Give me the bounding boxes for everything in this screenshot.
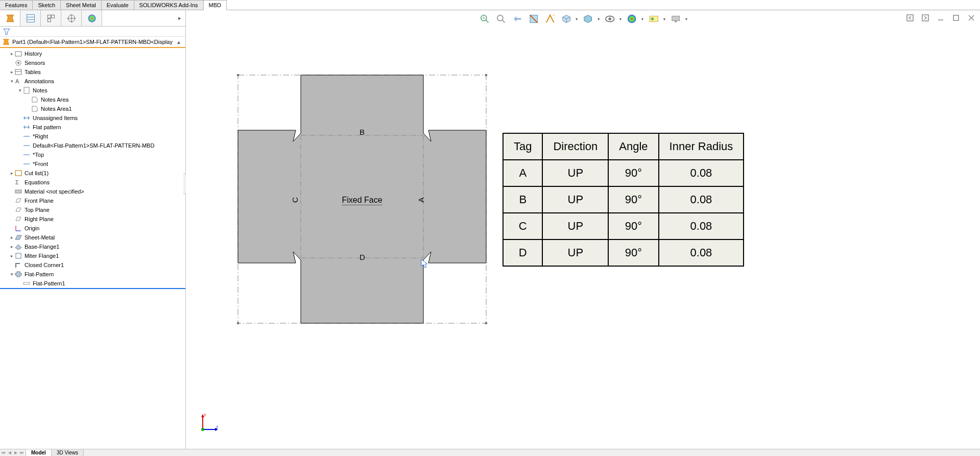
tab-evaluate[interactable]: Evaluate (102, 0, 134, 10)
plane-icon (14, 206, 22, 214)
dynamic-annotation-button[interactable] (543, 12, 557, 26)
tab-sketch[interactable]: Sketch (33, 0, 61, 10)
tree-notes-area[interactable]: Notes Area (0, 95, 185, 104)
table-row[interactable]: A UP 90° 0.08 (503, 160, 744, 186)
nav-last-icon[interactable]: ⏭ (19, 450, 25, 455)
nav-next-icon[interactable]: ▶ (13, 450, 18, 455)
tree-default-conf[interactable]: Default<Flat-Pattern1>SM-FLAT-PATTERN-MB… (0, 141, 185, 150)
tab-sheet-metal[interactable]: Sheet Metal (61, 0, 102, 10)
svg-rect-16 (24, 87, 29, 93)
cell-direction: UP (542, 239, 608, 266)
view-orientation-button[interactable] (560, 12, 573, 26)
tree-notes-area1[interactable]: Notes Area1 (0, 104, 185, 113)
tree-flat-pattern-ann[interactable]: Flat pattern (0, 123, 185, 132)
flat-pattern-drawing[interactable]: B D C A Fixed Face (237, 74, 487, 324)
tree-origin[interactable]: Origin (0, 224, 185, 233)
base-flange-icon (14, 243, 22, 251)
tab-mbd[interactable]: MBD (204, 0, 227, 10)
close-button[interactable] (967, 13, 976, 22)
dropdown-icon[interactable]: ▼ (575, 17, 579, 21)
tree-closed-corner[interactable]: Closed Corner1 (0, 260, 185, 270)
cell-direction: UP (542, 213, 608, 239)
tree-right[interactable]: *Right (0, 132, 185, 141)
dimxpert-manager-tab[interactable] (61, 10, 82, 26)
property-manager-tab[interactable] (20, 10, 41, 26)
previous-view-button[interactable] (511, 12, 524, 26)
part-header-caret[interactable]: ▲ (174, 39, 183, 45)
hide-show-button[interactable] (604, 12, 617, 26)
funnel-icon (3, 28, 10, 35)
graphics-area[interactable]: ▼ ▼ ▼ ▼ ▼ ▼ B (186, 10, 980, 449)
dropdown-icon[interactable]: ▼ (641, 17, 644, 21)
nav-first-icon[interactable]: ⏮ (1, 450, 6, 455)
tree-top[interactable]: *Top (0, 150, 185, 159)
svg-rect-13 (15, 69, 21, 75)
dim-icon (22, 151, 31, 159)
tree-equations[interactable]: ΣEquations (0, 178, 185, 187)
window-next-button[interactable] (921, 13, 930, 22)
tab-add-ins[interactable]: SOLIDWORKS Add-Ins (134, 0, 204, 10)
dropdown-icon[interactable]: ▼ (619, 17, 623, 21)
table-row[interactable]: C UP 90° 0.08 (503, 213, 744, 239)
tree-sheet-metal[interactable]: ▸Sheet-Metal (0, 233, 185, 242)
nav-prev-icon[interactable]: ◀ (7, 450, 12, 455)
tree-annotations[interactable]: ▾AAnnotations (0, 77, 185, 86)
svg-point-41 (628, 15, 636, 23)
zoom-fit-button[interactable] (478, 12, 491, 26)
tree-flat-pattern1[interactable]: Flat-Pattern1 (0, 279, 185, 288)
tree-base-flange[interactable]: ▸Base-Flange1 (0, 242, 185, 251)
bend-table-header-angle: Angle (608, 133, 658, 160)
tree-right-plane[interactable]: Right Plane (0, 214, 185, 224)
tree-top-plane[interactable]: Top Plane (0, 205, 185, 214)
panel-tab-strip: ▸ (0, 10, 185, 27)
bottom-tab-model[interactable]: Model (26, 449, 52, 456)
bend-table[interactable]: Tag Direction Angle Inner Radius A UP 90… (503, 133, 744, 267)
maximize-button[interactable] (951, 13, 961, 22)
tab-features[interactable]: Features (0, 0, 33, 10)
fixed-face-label: Fixed Face (342, 196, 382, 205)
configuration-manager-tab[interactable] (41, 10, 61, 26)
tree-tables[interactable]: ▸Tables (0, 67, 185, 77)
window-controls (905, 13, 976, 22)
section-view-button[interactable] (527, 12, 540, 26)
zoom-area-button[interactable] (494, 12, 508, 26)
tree-notes[interactable]: ▾Notes (0, 86, 185, 95)
apply-scene-button[interactable] (647, 12, 660, 26)
table-row[interactable]: D UP 90° 0.08 (503, 239, 744, 266)
window-prev-button[interactable] (905, 13, 915, 22)
equations-icon: Σ (14, 178, 22, 186)
svg-point-40 (609, 17, 612, 20)
tree-unassigned[interactable]: Unassigned Items (0, 113, 185, 123)
tree-front[interactable]: *Front (0, 159, 185, 169)
feature-tree: ▸History Sensors ▸Tables ▾AAnnotations ▾… (0, 48, 185, 449)
svg-line-34 (486, 20, 489, 23)
tree-cut-list[interactable]: ▸Cut list(1) (0, 169, 185, 178)
display-style-button[interactable] (582, 12, 595, 26)
part-header[interactable]: Part1 (Default<Flat-Pattern1>SM-FLAT-PAT… (0, 37, 185, 48)
panel-expand-button[interactable]: ▸ (102, 10, 185, 26)
bottom-tab-3d-views[interactable]: 3D Views (52, 449, 84, 456)
filter-row[interactable] (0, 27, 185, 37)
dropdown-icon[interactable]: ▼ (684, 17, 688, 21)
feature-manager-tab[interactable] (0, 10, 20, 26)
tree-miter-flange[interactable]: ▸Miter Flange1 (0, 251, 185, 260)
part-icon (2, 38, 10, 46)
cell-angle: 90° (608, 160, 658, 186)
svg-rect-3 (47, 15, 51, 18)
dropdown-icon[interactable]: ▼ (597, 17, 601, 21)
material-icon (14, 187, 22, 196)
tree-material[interactable]: Material <not specified> (0, 187, 185, 196)
tree-flat-pattern-feat[interactable]: ▾Flat-Pattern (0, 270, 185, 279)
tree-history[interactable]: ▸History (0, 49, 185, 58)
tree-front-plane[interactable]: Front Plane (0, 196, 185, 205)
edit-appearance-button[interactable] (626, 12, 639, 26)
display-manager-tab[interactable] (82, 10, 102, 26)
tree-sensors[interactable]: Sensors (0, 58, 185, 67)
svg-rect-10 (15, 52, 21, 56)
minimize-button[interactable] (936, 13, 945, 22)
dropdown-icon[interactable]: ▼ (662, 17, 666, 21)
svg-rect-46 (907, 15, 913, 21)
view-settings-button[interactable] (669, 12, 682, 26)
axis-triad[interactable]: X Z (199, 413, 219, 434)
table-row[interactable]: B UP 90° 0.08 (503, 186, 744, 213)
